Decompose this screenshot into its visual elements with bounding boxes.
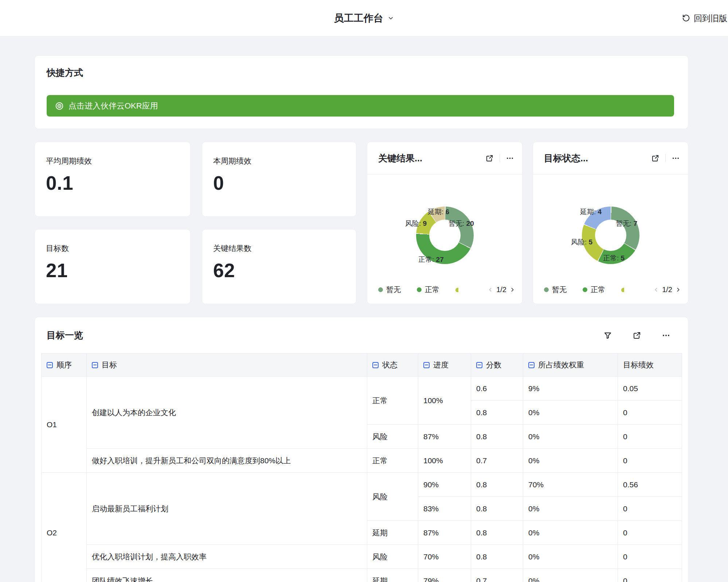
column-header-order: 顺序 [42, 354, 87, 377]
target-icon [55, 101, 64, 111]
weight-cell: 0% [523, 449, 618, 473]
stat-value: 21 [46, 259, 190, 282]
goal-cell: 优化入职培训计划，提高入职效率 [87, 545, 367, 569]
collapse-column-icon[interactable] [92, 362, 98, 368]
goal-cell: 做好入职培训，提升新员工和公司双向的满意度到80%以上 [87, 449, 367, 473]
donut-label: 延期: 6 [428, 207, 449, 217]
score-cell: 0.7 [471, 449, 523, 473]
legend-pager: 1/2 [487, 286, 516, 294]
perf-cell: 0.05 [618, 377, 682, 401]
goals-card-title: 目标一览 [47, 329, 583, 341]
chevron-down-icon [388, 15, 394, 21]
stat-card-avg-cycle-performance: 平均周期绩效 0.1 [35, 142, 191, 217]
page-title: 员工工作台 [334, 12, 383, 25]
okr-button-label: 点击进入伙伴云OKR应用 [69, 101, 158, 111]
legend-item[interactable]: 正常 [417, 285, 439, 295]
perf-cell: 0 [618, 401, 682, 425]
legend-item[interactable]: 暂无 [378, 285, 401, 295]
donut-label: 延期: 4 [580, 207, 602, 217]
weight-cell: 0% [523, 545, 618, 569]
goal-cell: 创建以人为本的企业文化 [87, 377, 367, 449]
order-cell: O2 [42, 473, 87, 582]
legend-item-partial[interactable] [621, 287, 624, 292]
external-link-icon[interactable] [485, 154, 494, 162]
app-header: 员工工作台 回到旧版 [0, 0, 728, 36]
column-header-goal: 目标 [87, 354, 367, 377]
score-cell: 0.8 [471, 473, 523, 497]
weight-cell: 0% [523, 497, 618, 521]
key-results-chart-card: 关键结果... 延期: 6 暂无: 20 风险: 9 正常: 27 暂无 正常 … [367, 142, 522, 304]
chart-title: 关键结果... [378, 152, 485, 164]
more-icon[interactable] [506, 154, 514, 162]
weight-cell: 70% [523, 473, 618, 497]
goal-table: 顺序 目标 状态 进度 分数 所占绩效权重 目标绩效 O1 创建以人为本的企业文… [41, 353, 682, 582]
legend-label: 暂无 [386, 285, 401, 295]
external-link-icon[interactable] [651, 154, 659, 162]
perf-cell: 0 [618, 497, 682, 521]
collapse-column-icon[interactable] [47, 362, 53, 368]
legend-pager: 1/2 [653, 286, 681, 294]
legend-item-partial[interactable] [455, 287, 458, 292]
chart-body: 延期: 4 暂无: 7 风险: 5 正常: 5 暂无 正常 1/2 [533, 174, 688, 304]
column-header-goal-performance: 目标绩效 [618, 354, 682, 377]
table-row: O1 创建以人为本的企业文化 正常 100% 0.6 9% 0.05 [42, 377, 682, 401]
score-cell: 0.8 [471, 497, 523, 521]
legend-dot [583, 287, 587, 292]
donut-label: 正常: 5 [603, 253, 625, 263]
status-cell: 正常 [367, 377, 418, 425]
more-icon[interactable] [672, 154, 680, 162]
next-page-icon[interactable] [675, 287, 681, 293]
column-header-weight: 所占绩效权重 [523, 354, 618, 377]
status-cell: 风险 [367, 425, 418, 449]
more-icon[interactable] [662, 331, 670, 340]
progress-cell: 100% [418, 377, 471, 425]
divider [665, 154, 666, 162]
progress-cell: 83% [418, 497, 471, 521]
perf-cell: 0.56 [618, 473, 682, 497]
weight-cell: 0% [523, 569, 618, 582]
stat-value: 0.1 [46, 172, 190, 194]
goal-cell: 启动最新员工福利计划 [87, 473, 367, 545]
perf-cell: 0 [618, 449, 682, 473]
back-to-old-label: 回到旧版 [694, 12, 727, 24]
external-link-icon[interactable] [633, 331, 641, 340]
chart-legend: 暂无 正常 1/2 [544, 284, 681, 295]
donut-label: 暂无: 7 [616, 219, 637, 228]
table-row: 团队绩效飞速增长 延期 79% 0.7 0% 0 [42, 569, 682, 582]
stat-card-current-cycle-performance: 本周期绩效 0 [202, 142, 356, 217]
shortcuts-title: 快捷方式 [47, 67, 688, 79]
filter-icon[interactable] [603, 331, 612, 340]
collapse-column-icon[interactable] [423, 362, 430, 368]
collapse-column-icon[interactable] [372, 362, 379, 368]
collapse-column-icon[interactable] [528, 362, 535, 368]
table-row: O2 启动最新员工福利计划 风险 90% 0.8 70% 0.56 [42, 473, 682, 497]
status-cell: 风险 [367, 473, 418, 521]
score-cell: 0.8 [471, 401, 523, 425]
score-cell: 0.8 [471, 425, 523, 449]
stat-card-key-result-count: 关键结果数 62 [202, 229, 356, 304]
okr-app-button[interactable]: 点击进入伙伴云OKR应用 [47, 95, 674, 117]
chart-legend: 暂无 正常 1/2 [378, 284, 516, 295]
status-cell: 延期 [367, 521, 418, 545]
next-page-icon[interactable] [509, 287, 516, 293]
score-cell: 0.7 [471, 569, 523, 582]
legend-dot [544, 287, 549, 292]
stat-label: 关键结果数 [213, 243, 356, 253]
progress-cell: 100% [418, 449, 471, 473]
back-to-old-version-link[interactable]: 回到旧版 [682, 12, 727, 24]
prev-page-icon[interactable] [653, 287, 659, 293]
column-header-score: 分数 [471, 354, 523, 377]
legend-item[interactable]: 暂无 [544, 285, 567, 295]
prev-page-icon[interactable] [487, 287, 493, 293]
perf-cell: 0 [618, 545, 682, 569]
status-cell: 风险 [367, 545, 418, 569]
legend-item[interactable]: 正常 [583, 285, 605, 295]
collapse-column-icon[interactable] [476, 362, 482, 368]
progress-cell: 87% [418, 521, 471, 545]
legend-label: 正常 [425, 285, 439, 295]
workspace-switcher[interactable]: 员工工作台 [334, 12, 394, 25]
status-cell: 延期 [367, 569, 418, 582]
stat-value: 62 [213, 259, 356, 282]
history-icon [682, 14, 690, 23]
progress-cell: 79% [418, 569, 471, 582]
